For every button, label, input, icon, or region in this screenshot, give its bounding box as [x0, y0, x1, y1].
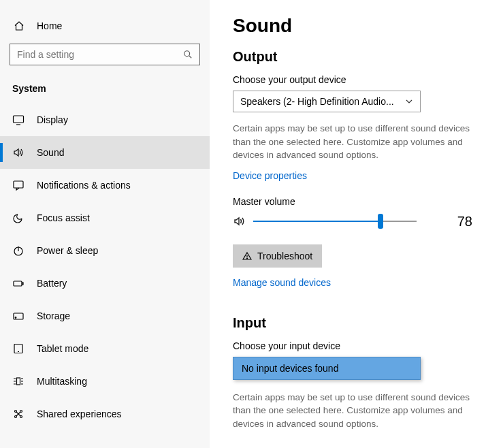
- svg-point-14: [247, 258, 248, 259]
- display-icon: [12, 114, 25, 126]
- manage-sound-devices-link[interactable]: Manage sound devices: [233, 277, 331, 288]
- search-input-wrapper[interactable]: [10, 44, 200, 65]
- output-device-dropdown[interactable]: Speakers (2- High Definition Audio...: [233, 91, 421, 112]
- svg-rect-4: [14, 281, 22, 286]
- svg-rect-5: [22, 283, 24, 285]
- svg-point-0: [184, 51, 190, 57]
- sidebar-item-label: Focus assist: [37, 212, 90, 223]
- output-heading: Output: [233, 49, 479, 65]
- sidebar-item-label: Battery: [37, 278, 67, 289]
- sidebar-item-storage[interactable]: Storage: [0, 300, 210, 332]
- input-help-text: Certain apps may be set up to use differ…: [233, 391, 479, 431]
- master-volume-label: Master volume: [233, 196, 479, 207]
- output-help-text: Certain apps may be set up to use differ…: [233, 122, 479, 162]
- svg-point-7: [15, 317, 16, 319]
- sidebar-item-display[interactable]: Display: [0, 103, 210, 136]
- sidebar-item-focus-assist[interactable]: Focus assist: [0, 202, 210, 234]
- sidebar-item-label: Multitasking: [37, 376, 87, 387]
- sidebar-item-label: Notifications & actions: [37, 180, 131, 191]
- chevron-down-icon: [405, 97, 413, 106]
- troubleshoot-label: Troubleshoot: [257, 251, 312, 261]
- input-heading: Input: [233, 315, 479, 331]
- sidebar-item-label: Storage: [37, 310, 70, 321]
- sidebar-item-label: Power & sleep: [37, 245, 98, 256]
- volume-value: 78: [457, 214, 479, 229]
- device-properties-link[interactable]: Device properties: [233, 170, 307, 181]
- sidebar-item-notifications[interactable]: Notifications & actions: [0, 169, 210, 202]
- sidebar-item-multitasking[interactable]: Multitasking: [0, 365, 210, 398]
- sidebar-item-sound[interactable]: Sound: [0, 136, 210, 169]
- sidebar-item-power-sleep[interactable]: Power & sleep: [0, 234, 210, 267]
- multitasking-icon: [12, 375, 25, 387]
- sidebar-item-label: Tablet mode: [37, 343, 88, 354]
- sidebar-item-label: Sound: [37, 147, 64, 158]
- volume-icon[interactable]: [233, 214, 246, 228]
- main-content: Sound Output Choose your output device S…: [210, 0, 486, 448]
- tablet-icon: [12, 342, 25, 355]
- output-device-value: Speakers (2- High Definition Audio...: [240, 96, 394, 107]
- home-icon: [14, 20, 25, 31]
- input-device-value: No input devices found: [242, 363, 338, 374]
- sidebar-item-shared-experiences[interactable]: Shared experiences: [0, 398, 210, 430]
- sidebar-item-label: Shared experiences: [37, 409, 122, 419]
- sidebar-item-label: Display: [37, 114, 68, 125]
- power-icon: [12, 244, 25, 257]
- notifications-icon: [12, 179, 25, 191]
- storage-icon: [12, 310, 25, 322]
- search-input[interactable]: [17, 49, 183, 60]
- category-header: System: [0, 79, 210, 103]
- shared-icon: [12, 408, 25, 420]
- sound-icon: [12, 146, 25, 159]
- svg-rect-2: [14, 181, 23, 188]
- input-device-dropdown[interactable]: No input devices found: [233, 357, 421, 380]
- svg-rect-1: [14, 116, 24, 123]
- svg-rect-9: [17, 378, 20, 385]
- svg-rect-6: [14, 313, 23, 319]
- output-choose-label: Choose your output device: [233, 74, 479, 85]
- home-label: Home: [37, 20, 62, 31]
- home-nav[interactable]: Home: [0, 14, 210, 44]
- slider-fill: [253, 221, 380, 222]
- volume-slider[interactable]: [253, 214, 417, 228]
- sidebar-item-battery[interactable]: Battery: [0, 267, 210, 300]
- volume-row: 78: [233, 214, 479, 229]
- troubleshoot-button[interactable]: Troubleshoot: [233, 244, 322, 268]
- search-icon: [183, 50, 193, 59]
- sidebar-item-tablet-mode[interactable]: Tablet mode: [0, 332, 210, 365]
- warning-icon: [242, 251, 252, 261]
- focus-assist-icon: [12, 212, 25, 224]
- sidebar: Home System Display Sound Notifications …: [0, 0, 210, 448]
- input-choose-label: Choose your input device: [233, 340, 479, 351]
- slider-thumb[interactable]: [378, 214, 383, 229]
- page-title: Sound: [233, 15, 479, 37]
- battery-icon: [12, 277, 25, 289]
